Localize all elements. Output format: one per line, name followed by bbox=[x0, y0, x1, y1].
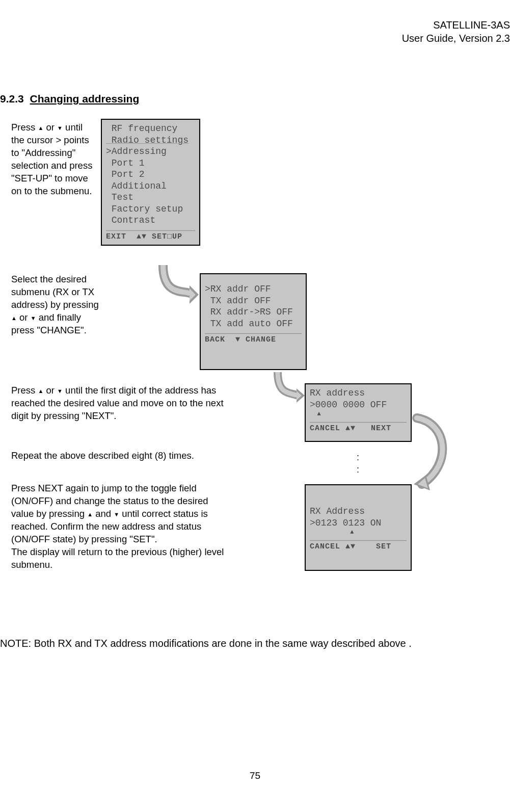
lcd-footer: CANCEL ▲▼ NEXT bbox=[310, 422, 407, 434]
cursor-indicator: ▲ bbox=[310, 529, 407, 536]
menu-item: Port 1 bbox=[106, 158, 195, 169]
lcd-value: >0000 0000 OFF bbox=[310, 399, 407, 411]
menu-item: TX addr OFF bbox=[205, 295, 302, 307]
section-title: Changing addressing bbox=[30, 93, 140, 104]
up-icon: ▲ bbox=[38, 124, 43, 132]
note-text: : Both RX and TX address modifications a… bbox=[29, 638, 412, 649]
lcd-address-menu: >RX addr OFF TX addr OFF RX addr->RS OFF… bbox=[200, 273, 307, 370]
menu-item: Radio settings bbox=[106, 135, 195, 146]
menu-item-selected: >Addressing bbox=[106, 146, 195, 158]
lcd-main-menu: RF frequency Radio settings >Addressing … bbox=[101, 119, 200, 246]
menu-item: RF frequency bbox=[106, 123, 195, 135]
instruction-3: Press ▲ or ▼ until the first digit of th… bbox=[11, 384, 230, 423]
repeat-dots: : : bbox=[357, 451, 359, 476]
lcd-footer: EXIT ▲▼ SET□UP bbox=[106, 230, 195, 242]
lcd-footer: BACK ▼ CHANGE bbox=[205, 333, 302, 345]
instruction-4: Repeat the above described eight (8) tim… bbox=[11, 450, 230, 462]
section-number: 9.2.3 bbox=[0, 93, 24, 104]
flow-arrow-icon bbox=[270, 372, 306, 408]
guide-version: User Guide, Version 2.3 bbox=[402, 32, 510, 45]
page-number: 75 bbox=[0, 770, 510, 781]
note: NOTE: Both RX and TX address modificatio… bbox=[0, 636, 509, 650]
menu-item: Port 2 bbox=[106, 169, 195, 180]
lcd-title: RX Address bbox=[310, 506, 407, 517]
flow-arrow-icon bbox=[153, 265, 199, 311]
down-icon: ▼ bbox=[57, 124, 63, 132]
menu-item-selected: >RX addr OFF bbox=[205, 283, 302, 295]
down-icon: ▼ bbox=[114, 511, 119, 518]
menu-item: Additional bbox=[106, 180, 195, 192]
lcd-value: >0123 0123 ON bbox=[310, 517, 407, 529]
down-icon: ▼ bbox=[57, 387, 63, 395]
up-icon: ▲ bbox=[11, 315, 17, 322]
section-heading: 9.2.3 Changing addressing bbox=[0, 93, 139, 105]
menu-item: TX add auto OFF bbox=[205, 318, 302, 330]
instruction-1: Press ▲ or ▼ until the cursor > points t… bbox=[11, 121, 93, 198]
up-icon: ▲ bbox=[87, 511, 93, 518]
menu-item: Contrast bbox=[106, 215, 195, 226]
lcd-rx-address-final: RX Address >0123 0123 ON ▲ CANCEL ▲▼ SET bbox=[305, 484, 412, 571]
instruction-2: Select the desired submenu (RX or TX add… bbox=[11, 273, 103, 337]
menu-item: RX addr->RS OFF bbox=[205, 306, 302, 318]
product-name: SATELLINE-3AS bbox=[402, 18, 510, 32]
page-header: SATELLINE-3AS User Guide, Version 2.3 bbox=[402, 18, 510, 45]
note-label: NOTE bbox=[0, 638, 29, 649]
down-icon: ▼ bbox=[31, 315, 36, 322]
menu-item: Factory setup bbox=[106, 203, 195, 215]
lcd-rx-address-edit: RX address >0000 0000 OFF ▲ CANCEL ▲▼ NE… bbox=[305, 383, 412, 442]
lcd-title: RX address bbox=[310, 387, 407, 399]
lcd-footer: CANCEL ▲▼ SET bbox=[310, 540, 407, 552]
menu-item: Test bbox=[106, 192, 195, 203]
loop-arrow-icon bbox=[412, 413, 458, 494]
instruction-5: Press NEXT again to jump to the toggle f… bbox=[11, 482, 230, 571]
up-icon: ▲ bbox=[38, 387, 43, 395]
cursor-indicator: ▲ bbox=[310, 410, 407, 418]
